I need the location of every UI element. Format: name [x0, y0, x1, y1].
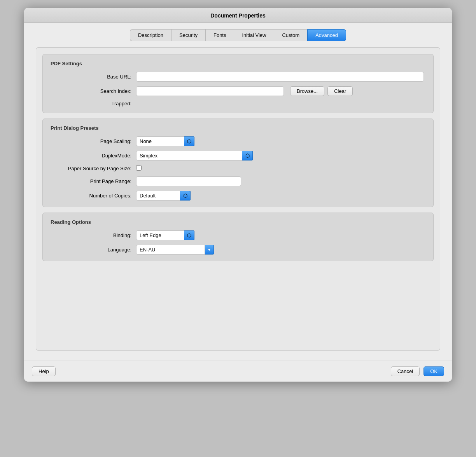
duplex-mode-label: DuplexMode:: [51, 153, 136, 159]
window-content: Description Security Fonts Initial View …: [24, 23, 452, 361]
search-index-label: Search Index:: [51, 88, 136, 94]
base-url-label: Base URL:: [51, 74, 136, 80]
trapped-row: Trapped:: [51, 101, 425, 106]
browse-button[interactable]: Browse...: [290, 86, 324, 96]
page-scaling-control: None Fit to Page Shrink to Printable Are…: [136, 136, 425, 146]
num-copies-control: Default 1 2 3 4 5 ▲ ▼: [136, 191, 425, 201]
page-scaling-label: Page Scaling:: [51, 138, 136, 144]
trapped-label: Trapped:: [51, 101, 136, 106]
base-url-row: Base URL:: [51, 72, 425, 82]
duplex-mode-control: Simplex Duplex Long Edge Duplex Short Ed…: [136, 151, 425, 160]
num-copies-select-wrapper: Default 1 2 3 4 5 ▲ ▼: [136, 191, 191, 201]
language-control: ▼: [136, 245, 425, 255]
window-footer: Help Cancel OK: [24, 361, 452, 382]
reading-options-section: Reading Options Binding: Left Edge Right…: [42, 213, 434, 261]
print-page-range-row: Print Page Range:: [51, 176, 425, 186]
page-scaling-select[interactable]: None Fit to Page Shrink to Printable Are…: [136, 136, 194, 146]
paper-source-control: [136, 165, 425, 172]
binding-control: Left Edge Right Edge ▲ ▼: [136, 230, 425, 240]
search-index-control: Browse... Clear: [136, 86, 425, 96]
binding-label: Binding:: [51, 232, 136, 238]
search-index-input[interactable]: [136, 86, 284, 96]
paper-source-label: Paper Source by Page Size:: [51, 166, 136, 171]
search-index-row: Search Index: Browse... Clear: [51, 86, 425, 96]
main-content-area: PDF Settings Base URL: Search Index: Bro…: [36, 47, 440, 351]
help-button[interactable]: Help: [32, 366, 56, 376]
window-title: Document Properties: [30, 12, 446, 19]
binding-row: Binding: Left Edge Right Edge ▲ ▼: [51, 230, 425, 240]
ok-button[interactable]: OK: [424, 366, 444, 376]
tab-bar: Description Security Fonts Initial View …: [32, 29, 444, 41]
page-scaling-select-wrapper: None Fit to Page Shrink to Printable Are…: [136, 136, 194, 146]
base-url-input[interactable]: [136, 72, 424, 82]
search-index-controls: Browse... Clear: [136, 86, 425, 96]
duplex-mode-row: DuplexMode: Simplex Duplex Long Edge Dup…: [51, 151, 425, 160]
reading-options-title: Reading Options: [51, 219, 425, 225]
print-page-range-input[interactable]: [136, 176, 241, 186]
tab-description[interactable]: Description: [130, 29, 171, 41]
print-dialog-title: Print Dialog Presets: [51, 125, 425, 131]
page-scaling-row: Page Scaling: None Fit to Page Shrink to…: [51, 136, 425, 146]
paper-source-row: Paper Source by Page Size:: [51, 165, 425, 172]
tab-security[interactable]: Security: [171, 29, 205, 41]
paper-source-checkbox[interactable]: [136, 165, 142, 171]
num-copies-select[interactable]: Default 1 2 3 4 5: [136, 191, 191, 201]
base-url-control: [136, 72, 425, 82]
tab-custom[interactable]: Custom: [274, 29, 307, 41]
tab-advanced[interactable]: Advanced: [307, 29, 346, 41]
cancel-button[interactable]: Cancel: [391, 366, 420, 376]
binding-select-wrapper: Left Edge Right Edge ▲ ▼: [136, 230, 194, 240]
num-copies-row: Number of Copies: Default 1 2 3 4 5: [51, 191, 425, 201]
print-page-range-label: Print Page Range:: [51, 178, 136, 184]
tab-fonts[interactable]: Fonts: [205, 29, 234, 41]
duplex-mode-select[interactable]: Simplex Duplex Long Edge Duplex Short Ed…: [136, 151, 253, 160]
footer-right-buttons: Cancel OK: [391, 366, 444, 376]
language-select-wrapper: ▼: [136, 245, 214, 255]
title-bar: Document Properties: [24, 8, 452, 23]
language-row: Language: ▼: [51, 245, 425, 255]
num-copies-label: Number of Copies:: [51, 193, 136, 199]
duplex-mode-select-wrapper: Simplex Duplex Long Edge Duplex Short Ed…: [136, 151, 253, 160]
print-dialog-section: Print Dialog Presets Page Scaling: None …: [42, 119, 434, 207]
print-page-range-control: [136, 176, 425, 186]
language-input[interactable]: [136, 245, 214, 255]
binding-select[interactable]: Left Edge Right Edge: [136, 230, 194, 240]
language-label: Language:: [51, 247, 136, 253]
pdf-settings-title: PDF Settings: [51, 61, 425, 66]
document-properties-window: Document Properties Description Security…: [24, 8, 452, 382]
clear-button[interactable]: Clear: [327, 86, 353, 96]
pdf-settings-section: PDF Settings Base URL: Search Index: Bro…: [42, 54, 434, 113]
tab-initial-view[interactable]: Initial View: [234, 29, 274, 41]
